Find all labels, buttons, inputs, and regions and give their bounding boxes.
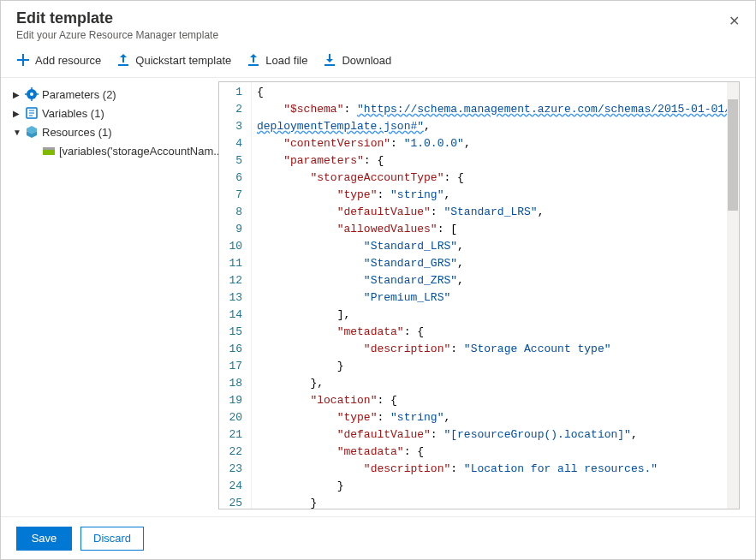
toolbar-label: Quickstart template [135,54,231,67]
dialog-title: Edit template [16,9,740,27]
code-content[interactable]: { "$schema": "https://schema.management.… [252,82,727,509]
storage-icon [42,144,56,158]
save-button[interactable]: Save [16,527,72,551]
quickstart-button[interactable]: Quickstart template [116,53,231,67]
tree-label: Variables (1) [42,107,104,120]
chevron-down-icon: ▼ [13,128,21,137]
main-area: ▶ Parameters (2) ▶ Variables (1) ▼ Resou… [1,78,755,516]
close-icon: ✕ [729,14,740,28]
dialog-subtitle: Edit your Azure Resource Manager templat… [16,29,740,41]
variables-icon [25,106,39,120]
toolbar: Add resource Quickstart template Load fi… [1,45,755,78]
add-resource-button[interactable]: Add resource [16,53,101,67]
download-icon [323,53,336,67]
svg-point-1 [30,92,33,96]
svg-rect-4 [43,147,55,150]
toolbar-label: Download [342,54,391,67]
load-file-button[interactable]: Load file [247,53,307,67]
line-gutter: 1234567891011121314151617181920212223242… [219,82,252,509]
tree-node-resources[interactable]: ▼ Resources (1) [13,122,218,141]
discard-button[interactable]: Discard [80,527,144,551]
close-button[interactable]: ✕ [725,9,743,33]
dialog-footer: Save Discard [1,516,755,559]
scrollbar-thumb[interactable] [728,99,738,211]
tree-node-variables[interactable]: ▶ Variables (1) [13,104,218,122]
dialog-header: Edit template Edit your Azure Resource M… [1,1,755,45]
tree-panel: ▶ Parameters (2) ▶ Variables (1) ▼ Resou… [1,78,218,516]
tree-label: Parameters (2) [42,88,116,101]
toolbar-label: Add resource [35,54,101,67]
tree-label: [variables('storageAccountNam... [59,145,218,158]
button-label: Save [32,532,57,545]
editor-scrollbar[interactable] [727,82,739,509]
toolbar-label: Load file [265,54,307,67]
chevron-right-icon: ▶ [13,90,21,99]
download-button[interactable]: Download [323,53,391,67]
code-editor[interactable]: 1234567891011121314151617181920212223242… [218,81,740,509]
parameters-icon [25,87,39,101]
tree-node-parameters[interactable]: ▶ Parameters (2) [13,85,218,104]
tree-label: Resources (1) [42,126,112,139]
tree-node-resource-item[interactable]: [variables('storageAccountNam... [13,141,218,160]
chevron-right-icon: ▶ [13,109,21,118]
resources-icon [25,125,39,139]
upload-icon [116,53,130,67]
file-upload-icon [247,53,260,67]
plus-icon [16,53,30,67]
button-label: Discard [93,532,131,545]
